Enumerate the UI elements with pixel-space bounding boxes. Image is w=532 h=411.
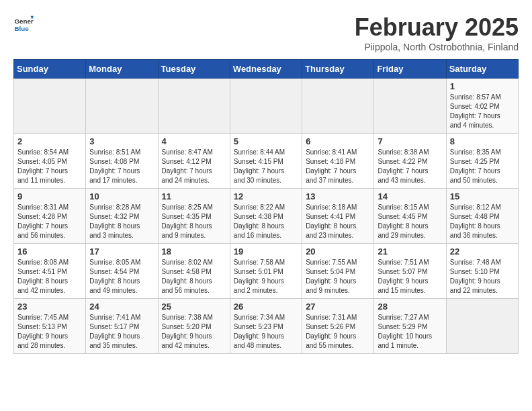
svg-text:General: General xyxy=(15,17,34,25)
calendar-cell xyxy=(302,79,374,134)
calendar-cell xyxy=(446,299,518,354)
calendar-day-header: Wednesday xyxy=(230,60,302,79)
calendar-week-row: 2Sunrise: 8:54 AM Sunset: 4:05 PM Daylig… xyxy=(14,134,519,189)
logo-icon: General Blue xyxy=(13,13,34,34)
day-info: Sunrise: 7:55 AM Sunset: 5:04 PM Dayligh… xyxy=(306,258,370,295)
page-header: General Blue February 2025 Piippola, Nor… xyxy=(13,13,519,52)
day-info: Sunrise: 8:35 AM Sunset: 4:25 PM Dayligh… xyxy=(450,148,515,185)
day-number: 27 xyxy=(306,302,370,312)
calendar-day-header: Friday xyxy=(374,60,446,79)
calendar-cell: 17Sunrise: 8:05 AM Sunset: 4:54 PM Dayli… xyxy=(86,244,158,299)
day-number: 7 xyxy=(378,136,442,146)
day-number: 24 xyxy=(89,302,154,312)
calendar-day-header: Thursday xyxy=(302,60,374,79)
svg-text:Blue: Blue xyxy=(15,25,30,32)
day-number: 4 xyxy=(162,136,226,146)
day-number: 14 xyxy=(378,191,442,201)
calendar-cell xyxy=(86,79,158,134)
day-number: 3 xyxy=(89,136,154,146)
day-info: Sunrise: 8:02 AM Sunset: 4:58 PM Dayligh… xyxy=(162,258,226,295)
day-info: Sunrise: 8:18 AM Sunset: 4:41 PM Dayligh… xyxy=(306,203,370,240)
calendar-cell: 20Sunrise: 7:55 AM Sunset: 5:04 PM Dayli… xyxy=(302,244,374,299)
calendar-cell: 8Sunrise: 8:35 AM Sunset: 4:25 PM Daylig… xyxy=(446,134,518,189)
calendar-cell: 14Sunrise: 8:15 AM Sunset: 4:45 PM Dayli… xyxy=(374,189,446,244)
day-info: Sunrise: 8:28 AM Sunset: 4:32 PM Dayligh… xyxy=(89,203,154,240)
calendar-day-header: Monday xyxy=(86,60,158,79)
day-number: 6 xyxy=(306,136,370,146)
day-number: 12 xyxy=(234,191,298,201)
logo: General Blue xyxy=(13,13,34,34)
calendar-cell: 16Sunrise: 8:08 AM Sunset: 4:51 PM Dayli… xyxy=(14,244,86,299)
calendar-header-row: SundayMondayTuesdayWednesdayThursdayFrid… xyxy=(14,60,519,79)
day-number: 17 xyxy=(89,246,154,257)
calendar-cell: 12Sunrise: 8:22 AM Sunset: 4:38 PM Dayli… xyxy=(230,189,302,244)
calendar-cell: 1Sunrise: 8:57 AM Sunset: 4:02 PM Daylig… xyxy=(446,79,518,134)
calendar-cell: 11Sunrise: 8:25 AM Sunset: 4:35 PM Dayli… xyxy=(158,189,230,244)
day-info: Sunrise: 8:51 AM Sunset: 4:08 PM Dayligh… xyxy=(89,148,154,185)
calendar-cell: 2Sunrise: 8:54 AM Sunset: 4:05 PM Daylig… xyxy=(14,134,86,189)
calendar-cell: 21Sunrise: 7:51 AM Sunset: 5:07 PM Dayli… xyxy=(374,244,446,299)
day-info: Sunrise: 7:34 AM Sunset: 5:23 PM Dayligh… xyxy=(234,313,298,351)
day-number: 2 xyxy=(17,136,82,146)
day-number: 18 xyxy=(162,246,226,257)
day-number: 23 xyxy=(17,302,82,312)
day-info: Sunrise: 8:25 AM Sunset: 4:35 PM Dayligh… xyxy=(162,203,226,240)
calendar-cell: 23Sunrise: 7:45 AM Sunset: 5:13 PM Dayli… xyxy=(14,299,86,354)
calendar-cell xyxy=(158,79,230,134)
day-number: 13 xyxy=(306,191,370,201)
calendar-day-header: Saturday xyxy=(446,60,518,79)
day-info: Sunrise: 8:15 AM Sunset: 4:45 PM Dayligh… xyxy=(378,203,442,240)
location-title: Piippola, North Ostrobothnia, Finland xyxy=(355,42,519,52)
calendar-cell xyxy=(230,79,302,134)
calendar-cell: 6Sunrise: 8:41 AM Sunset: 4:18 PM Daylig… xyxy=(302,134,374,189)
day-number: 8 xyxy=(450,136,515,146)
day-info: Sunrise: 8:44 AM Sunset: 4:15 PM Dayligh… xyxy=(234,148,298,185)
day-info: Sunrise: 8:05 AM Sunset: 4:54 PM Dayligh… xyxy=(89,258,154,295)
calendar-cell: 27Sunrise: 7:31 AM Sunset: 5:26 PM Dayli… xyxy=(302,299,374,354)
day-info: Sunrise: 7:27 AM Sunset: 5:29 PM Dayligh… xyxy=(378,313,442,351)
calendar-table: SundayMondayTuesdayWednesdayThursdayFrid… xyxy=(13,59,519,354)
day-info: Sunrise: 8:31 AM Sunset: 4:28 PM Dayligh… xyxy=(17,203,82,240)
calendar-week-row: 23Sunrise: 7:45 AM Sunset: 5:13 PM Dayli… xyxy=(14,299,519,354)
day-info: Sunrise: 7:45 AM Sunset: 5:13 PM Dayligh… xyxy=(17,313,82,351)
calendar-day-header: Sunday xyxy=(14,60,86,79)
day-number: 20 xyxy=(306,246,370,257)
day-info: Sunrise: 8:22 AM Sunset: 4:38 PM Dayligh… xyxy=(234,203,298,240)
day-info: Sunrise: 7:38 AM Sunset: 5:20 PM Dayligh… xyxy=(162,313,226,351)
calendar-cell: 15Sunrise: 8:12 AM Sunset: 4:48 PM Dayli… xyxy=(446,189,518,244)
calendar-cell: 18Sunrise: 8:02 AM Sunset: 4:58 PM Dayli… xyxy=(158,244,230,299)
calendar-cell: 5Sunrise: 8:44 AM Sunset: 4:15 PM Daylig… xyxy=(230,134,302,189)
day-info: Sunrise: 8:12 AM Sunset: 4:48 PM Dayligh… xyxy=(450,203,515,240)
calendar-week-row: 16Sunrise: 8:08 AM Sunset: 4:51 PM Dayli… xyxy=(14,244,519,299)
day-info: Sunrise: 7:58 AM Sunset: 5:01 PM Dayligh… xyxy=(234,258,298,295)
calendar-cell xyxy=(14,79,86,134)
day-number: 28 xyxy=(378,302,442,312)
day-info: Sunrise: 7:51 AM Sunset: 5:07 PM Dayligh… xyxy=(378,258,442,295)
calendar-cell: 9Sunrise: 8:31 AM Sunset: 4:28 PM Daylig… xyxy=(14,189,86,244)
day-info: Sunrise: 7:48 AM Sunset: 5:10 PM Dayligh… xyxy=(450,258,515,295)
calendar-cell: 19Sunrise: 7:58 AM Sunset: 5:01 PM Dayli… xyxy=(230,244,302,299)
day-info: Sunrise: 7:31 AM Sunset: 5:26 PM Dayligh… xyxy=(306,313,370,351)
day-number: 11 xyxy=(162,191,226,201)
calendar-cell xyxy=(374,79,446,134)
day-info: Sunrise: 8:47 AM Sunset: 4:12 PM Dayligh… xyxy=(162,148,226,185)
calendar-cell: 10Sunrise: 8:28 AM Sunset: 4:32 PM Dayli… xyxy=(86,189,158,244)
calendar-cell: 13Sunrise: 8:18 AM Sunset: 4:41 PM Dayli… xyxy=(302,189,374,244)
calendar-cell: 4Sunrise: 8:47 AM Sunset: 4:12 PM Daylig… xyxy=(158,134,230,189)
title-area: February 2025 Piippola, North Ostrobothn… xyxy=(355,13,519,52)
day-number: 25 xyxy=(162,302,226,312)
day-info: Sunrise: 8:57 AM Sunset: 4:02 PM Dayligh… xyxy=(450,93,515,130)
day-info: Sunrise: 8:54 AM Sunset: 4:05 PM Dayligh… xyxy=(17,148,82,185)
day-number: 21 xyxy=(378,246,442,257)
day-number: 15 xyxy=(450,191,515,201)
day-number: 1 xyxy=(450,81,515,91)
calendar-week-row: 9Sunrise: 8:31 AM Sunset: 4:28 PM Daylig… xyxy=(14,189,519,244)
calendar-cell: 28Sunrise: 7:27 AM Sunset: 5:29 PM Dayli… xyxy=(374,299,446,354)
month-title: February 2025 xyxy=(355,13,519,42)
day-number: 22 xyxy=(450,246,515,257)
day-info: Sunrise: 8:38 AM Sunset: 4:22 PM Dayligh… xyxy=(378,148,442,185)
calendar-cell: 22Sunrise: 7:48 AM Sunset: 5:10 PM Dayli… xyxy=(446,244,518,299)
day-info: Sunrise: 7:41 AM Sunset: 5:17 PM Dayligh… xyxy=(89,313,154,351)
day-number: 5 xyxy=(234,136,298,146)
day-info: Sunrise: 8:08 AM Sunset: 4:51 PM Dayligh… xyxy=(17,258,82,295)
